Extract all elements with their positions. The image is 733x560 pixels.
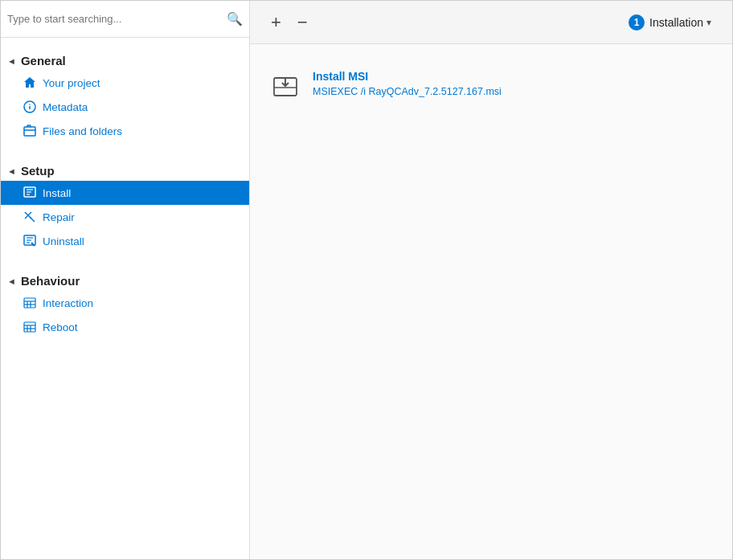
uninstall-icon bbox=[23, 235, 36, 247]
sidebar-item-install[interactable]: Install bbox=[1, 181, 249, 205]
repair-icon bbox=[23, 211, 36, 223]
content-main: Install MSI MSIEXEC /i RayQCAdv_7.2.5127… bbox=[250, 44, 732, 559]
sidebar-item-interaction[interactable]: Interaction bbox=[1, 291, 249, 315]
installation-tab[interactable]: 1 Installation ▾ bbox=[620, 10, 719, 35]
sidebar-item-label-reboot: Reboot bbox=[43, 321, 78, 333]
section-header-setup[interactable]: ◄ Setup bbox=[1, 157, 249, 181]
action-details: Install MSI MSIEXEC /i RayQCAdv_7.2.5127… bbox=[313, 70, 502, 97]
sidebar-item-repair[interactable]: Repair bbox=[1, 205, 249, 229]
action-subtitle: MSIEXEC /i RayQCAdv_7.2.5127.167.msi bbox=[313, 86, 502, 97]
section-label-general: General bbox=[21, 54, 66, 67]
sidebar-item-label-uninstall: Uninstall bbox=[43, 235, 84, 247]
sidebar-item-reboot[interactable]: Reboot bbox=[1, 315, 249, 339]
svg-rect-24 bbox=[24, 322, 35, 332]
section-arrow-general: ◄ bbox=[7, 56, 16, 66]
sidebar-item-label-interaction: Interaction bbox=[43, 297, 93, 309]
section-label-setup: Setup bbox=[21, 164, 55, 178]
reboot-icon bbox=[23, 321, 36, 333]
sidebar-item-label-metadata: Metadata bbox=[43, 101, 88, 113]
sidebar-item-label-your-project: Your project bbox=[43, 77, 100, 89]
tab-label: Installation bbox=[649, 16, 703, 29]
search-icon: 🔍 bbox=[227, 11, 243, 27]
svg-rect-3 bbox=[24, 127, 35, 136]
app-window: 🔍 ◄ General Your project bbox=[0, 0, 733, 560]
search-input[interactable] bbox=[7, 13, 227, 25]
sidebar-item-label-files-and-folders: Files and folders bbox=[43, 125, 122, 137]
sidebar-nav: ◄ General Your project bbox=[1, 38, 249, 559]
action-card[interactable]: Install MSI MSIEXEC /i RayQCAdv_7.2.5127… bbox=[269, 60, 713, 112]
section-items-setup: Install Repair bbox=[1, 181, 249, 253]
section-header-behaviour[interactable]: ◄ Behaviour bbox=[1, 268, 249, 291]
remove-button[interactable]: − bbox=[289, 10, 316, 35]
sidebar-item-your-project[interactable]: Your project bbox=[1, 71, 249, 95]
tab-badge: 1 bbox=[629, 14, 645, 31]
sidebar-item-label-repair: Repair bbox=[43, 211, 75, 223]
section-items-behaviour: Interaction Reboot bbox=[1, 291, 249, 339]
section-arrow-behaviour: ◄ bbox=[7, 276, 16, 286]
home-icon bbox=[23, 76, 36, 89]
sidebar-item-uninstall[interactable]: Uninstall bbox=[1, 229, 249, 253]
sidebar-item-files-and-folders[interactable]: Files and folders bbox=[1, 119, 249, 143]
section-arrow-setup: ◄ bbox=[7, 166, 16, 176]
add-button[interactable]: + bbox=[263, 10, 289, 35]
svg-point-2 bbox=[29, 104, 31, 105]
section-items-general: Your project Metadata bbox=[1, 71, 249, 143]
svg-rect-19 bbox=[24, 298, 35, 308]
sidebar: 🔍 ◄ General Your project bbox=[1, 1, 250, 559]
content-area: + − 1 Installation ▾ bbox=[250, 1, 732, 559]
install-icon bbox=[23, 186, 36, 199]
svg-line-13 bbox=[30, 217, 35, 222]
files-icon bbox=[23, 125, 36, 137]
sidebar-item-label-install: Install bbox=[43, 187, 71, 199]
toolbar: + − 1 Installation ▾ bbox=[250, 1, 732, 44]
section-label-behaviour: Behaviour bbox=[21, 274, 80, 288]
action-title: Install MSI bbox=[313, 70, 502, 83]
info-icon bbox=[23, 100, 36, 113]
interaction-icon bbox=[23, 296, 36, 309]
install-msi-icon bbox=[269, 70, 301, 102]
section-header-general[interactable]: ◄ General bbox=[1, 47, 249, 71]
chevron-down-icon: ▾ bbox=[706, 17, 711, 28]
sidebar-item-metadata[interactable]: Metadata bbox=[1, 95, 249, 119]
search-bar: 🔍 bbox=[1, 1, 249, 38]
